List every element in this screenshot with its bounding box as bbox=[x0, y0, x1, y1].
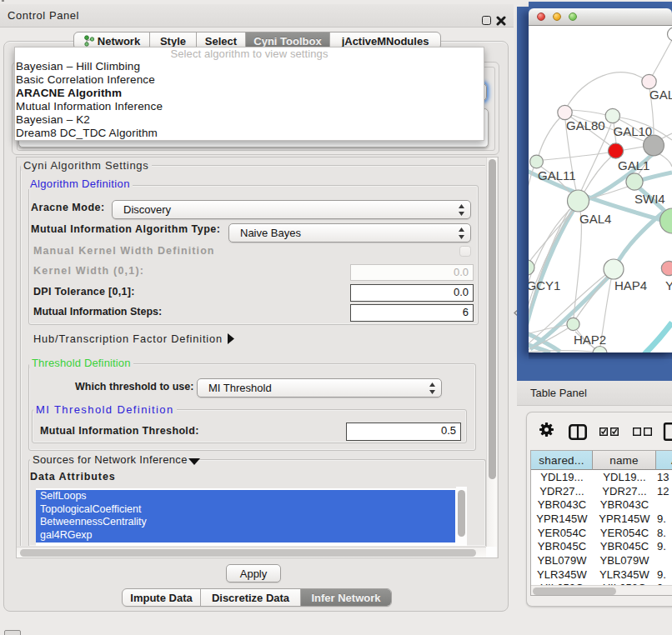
data-attributes-list[interactable]: SelfLoopsTopologicalCoefficientBetweenne… bbox=[36, 488, 467, 546]
float-icon[interactable] bbox=[482, 16, 491, 25]
attribute-item[interactable]: SelfLoops bbox=[36, 490, 455, 503]
network-edge[interactable] bbox=[544, 152, 609, 160]
zoom-button[interactable] bbox=[569, 12, 578, 22]
popup-item[interactable]: Bayesian – K2 bbox=[15, 113, 484, 127]
tab-discretize-data[interactable]: Discretize Data bbox=[201, 589, 301, 606]
apply-button[interactable]: Apply bbox=[226, 564, 281, 582]
table-header: shared...nameA bbox=[531, 451, 672, 470]
network-node-swi4[interactable] bbox=[626, 173, 643, 190]
network-edge[interactable] bbox=[576, 277, 608, 318]
mi-steps-field[interactable]: 6 bbox=[350, 304, 474, 322]
tab-infer-network[interactable]: Infer Network bbox=[301, 589, 391, 606]
scrollbar-thumb[interactable] bbox=[533, 588, 616, 595]
mi-threshold-field[interactable]: 0.5 bbox=[346, 422, 461, 441]
tab-impute-data[interactable]: Impute Data bbox=[123, 589, 201, 606]
split-columns-icon[interactable] bbox=[569, 424, 587, 440]
table-cell: YER054C bbox=[593, 527, 656, 539]
manual-kernel-checkbox[interactable] bbox=[459, 246, 471, 257]
popup-item[interactable]: Bayesian – Hill Climbing bbox=[15, 60, 484, 73]
aracne-mode-combo[interactable]: Discovery bbox=[112, 200, 471, 219]
scrollbar-thumb[interactable] bbox=[458, 490, 465, 537]
network-edge[interactable] bbox=[529, 206, 576, 330]
table-cell: 8. bbox=[656, 527, 672, 539]
popup-item[interactable]: Dream8 DC_TDC Algorithm bbox=[15, 127, 484, 140]
network-node[interactable] bbox=[668, 28, 672, 41]
table-cell: YDL19... bbox=[531, 471, 593, 483]
column-header-a[interactable]: A bbox=[656, 451, 672, 470]
dpi-tolerance-field[interactable]: 0.0 bbox=[350, 284, 474, 302]
popup-item[interactable]: ARACNE Algorithm bbox=[15, 87, 484, 100]
attributes-list-scrollbar[interactable] bbox=[456, 487, 467, 545]
network-node[interactable] bbox=[644, 135, 664, 156]
network-window-titlebar[interactable] bbox=[529, 8, 672, 26]
network-node-gal4[interactable] bbox=[568, 190, 589, 212]
settings-horizontal-scrollbar[interactable] bbox=[17, 547, 486, 558]
unchecked-pair-icon[interactable] bbox=[633, 428, 653, 436]
network-node-hap4[interactable] bbox=[604, 259, 624, 279]
table-row[interactable]: YDR27...YDR27...12 bbox=[531, 484, 672, 498]
network-canvas[interactable]: GAL2GAL80GAL10GAL1GAL11SWI4GAL4GCY1HAP4Y… bbox=[529, 26, 672, 352]
table-rows: YDL19...YDL19...13YDR27...YDR27...12YBR0… bbox=[531, 470, 672, 595]
table-panel-title: Table Panel bbox=[530, 387, 587, 399]
attribute-item[interactable]: BetweennessCentrality bbox=[36, 516, 455, 529]
network-icon bbox=[83, 35, 94, 47]
kernel-width-field[interactable]: 0.0 bbox=[350, 264, 474, 281]
network-edge[interactable] bbox=[567, 72, 649, 107]
network-node-gal11[interactable] bbox=[530, 155, 544, 168]
column-header-shared-[interactable]: shared... bbox=[531, 451, 593, 470]
tab-label: Style bbox=[160, 35, 186, 48]
network-node-gcy1[interactable] bbox=[529, 260, 534, 275]
attribute-item[interactable]: gal4RGexp bbox=[36, 529, 455, 542]
network-edge[interactable] bbox=[615, 212, 663, 267]
network-node-gal1[interactable] bbox=[608, 143, 623, 158]
table-row[interactable]: YBR043CYBR043C bbox=[531, 498, 672, 512]
control-panel-title: Control Panel bbox=[8, 9, 79, 22]
table-row[interactable]: YLR345WYLR345W9. bbox=[531, 568, 672, 582]
node-label: HAP2 bbox=[574, 332, 606, 347]
popup-item[interactable]: Basic Correlation Inference bbox=[15, 73, 484, 87]
table-row[interactable]: YBL079WYBL079W bbox=[531, 553, 672, 568]
node-label: GAL2 bbox=[649, 88, 672, 102]
table-row[interactable]: YPR145WYPR145W9. bbox=[531, 512, 672, 526]
settings-vertical-scrollbar[interactable] bbox=[486, 158, 497, 547]
bottom-left-button-fragment[interactable] bbox=[4, 630, 21, 635]
combo-arrows-icon bbox=[458, 203, 465, 217]
close-icon[interactable] bbox=[496, 16, 506, 26]
network-edge[interactable] bbox=[571, 110, 606, 115]
attribute-item[interactable]: TopologicalCoefficient bbox=[36, 503, 455, 517]
network-edge[interactable] bbox=[659, 153, 672, 167]
table-row[interactable]: YBR045CYBR045C9. bbox=[531, 539, 672, 553]
network-edge[interactable] bbox=[644, 322, 672, 352]
minimize-button[interactable] bbox=[553, 12, 562, 22]
document-icon[interactable] bbox=[663, 422, 672, 441]
network-edge[interactable] bbox=[581, 124, 611, 191]
table-row[interactable]: YDL19...YDL19...13 bbox=[531, 470, 672, 484]
table-row[interactable]: YER054CYER054C8. bbox=[531, 526, 672, 540]
scrollbar-thumb[interactable] bbox=[20, 549, 476, 557]
gear-icon[interactable] bbox=[539, 422, 554, 437]
mi-threshold-label: Mutual Information Threshold: bbox=[40, 425, 199, 437]
network-edge[interactable] bbox=[624, 147, 644, 150]
table-horizontal-scrollbar[interactable] bbox=[531, 585, 672, 596]
aracne-mode-label: Aracne Mode: bbox=[31, 202, 105, 213]
column-header-name[interactable]: name bbox=[593, 451, 656, 470]
cyni-bottom-tabs: Impute DataDiscretize DataInfer Network bbox=[122, 588, 392, 607]
mi-type-combo[interactable]: Naive Bayes bbox=[228, 223, 471, 242]
popup-item[interactable]: Mutual Information Inference bbox=[15, 100, 484, 113]
node-label: Y bbox=[665, 278, 672, 292]
scrollbar-thumb[interactable] bbox=[489, 159, 496, 479]
close-button[interactable] bbox=[537, 12, 546, 22]
network-node-gal10[interactable] bbox=[605, 108, 619, 122]
network-edge[interactable] bbox=[539, 118, 560, 156]
network-node-y[interactable] bbox=[661, 261, 672, 275]
node-label: HAP4 bbox=[614, 278, 647, 292]
checked-pair-icon[interactable] bbox=[599, 428, 619, 436]
table-cell: YBR045C bbox=[593, 540, 656, 552]
network-node[interactable] bbox=[593, 347, 607, 353]
network-node-hap2[interactable] bbox=[567, 318, 579, 330]
collapse-arrow-icon[interactable] bbox=[188, 458, 200, 465]
network-edge[interactable] bbox=[639, 172, 672, 181]
table-cell: YBL079W bbox=[531, 554, 593, 567]
which-threshold-combo[interactable]: MI Threshold bbox=[197, 378, 442, 398]
expand-arrow-icon[interactable] bbox=[227, 333, 235, 344]
